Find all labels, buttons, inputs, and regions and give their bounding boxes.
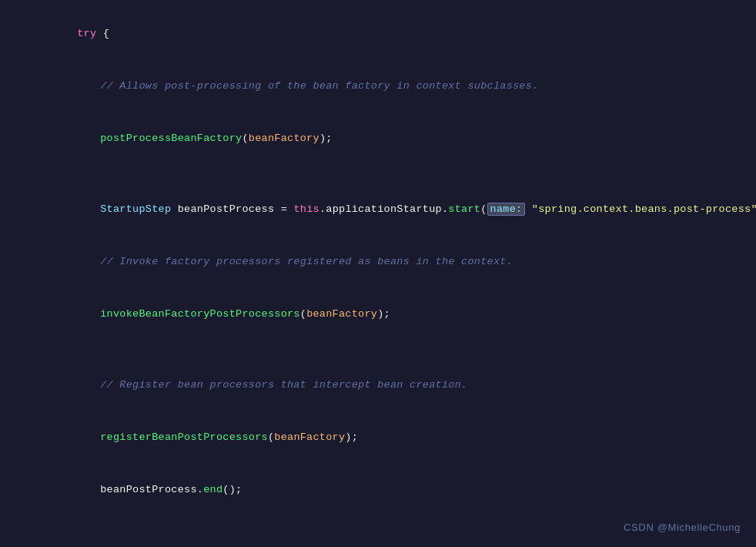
code-container: try { // Allows post-processing of the b… bbox=[0, 0, 756, 547]
code-line: postProcessBeanFactory(beanFactory); bbox=[0, 112, 756, 165]
param: beanFactory bbox=[306, 308, 377, 320]
code-line: // Allows post-processing of the bean fa… bbox=[0, 60, 756, 112]
highlight-name: name: bbox=[487, 203, 526, 216]
string: "spring.context.beans.post-process" bbox=[532, 203, 756, 215]
param: beanFactory bbox=[274, 431, 345, 443]
keyword-this: this bbox=[293, 203, 319, 215]
method: start bbox=[448, 203, 480, 215]
comment: // Allows post-processing of the bean fa… bbox=[100, 80, 538, 92]
code-line: StartupStep beanPostProcess = this.appli… bbox=[0, 183, 756, 236]
method: end bbox=[203, 484, 222, 495]
watermark: CSDN @MichelleChung bbox=[624, 522, 741, 533]
comment: // Invoke factory processors registered … bbox=[100, 256, 513, 267]
method: registerBeanPostProcessors bbox=[100, 431, 268, 443]
code-line bbox=[0, 165, 756, 183]
code-line: try { bbox=[0, 8, 756, 60]
code-line: beanPostProcess.end(); bbox=[0, 464, 756, 516]
variable: beanPostProcess bbox=[100, 484, 197, 495]
code-line: // Invoke factory processors registered … bbox=[0, 236, 756, 288]
code-line: // Initialize message source for this co… bbox=[0, 535, 756, 547]
param: beanFactory bbox=[249, 133, 319, 144]
code-line: registerBeanPostProcessors(beanFactory); bbox=[0, 411, 756, 464]
method: invokeBeanFactoryPostProcessors bbox=[100, 308, 300, 320]
type: StartupStep bbox=[100, 203, 171, 215]
code-line: invokeBeanFactoryPostProcessors(beanFact… bbox=[0, 288, 756, 341]
method: postProcessBeanFactory bbox=[100, 133, 242, 144]
comment: // Register bean processors that interce… bbox=[100, 379, 467, 391]
keyword-try: try bbox=[77, 28, 96, 39]
code-line: // Register bean processors that interce… bbox=[0, 359, 756, 411]
code-line bbox=[0, 341, 756, 359]
